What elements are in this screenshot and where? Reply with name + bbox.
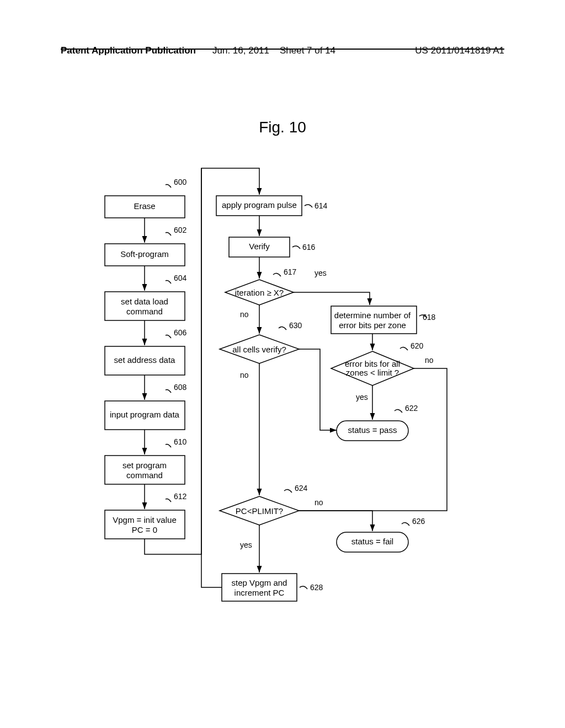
ref-tick-620: [400, 347, 408, 350]
ref-tick-610: [166, 445, 171, 447]
ref-622: 622: [405, 404, 418, 413]
ref-tick-608: [166, 390, 171, 393]
header-date: Jun. 16, 2011: [212, 45, 269, 56]
ref-624: 624: [295, 484, 308, 493]
ref-tick-604: [166, 281, 171, 283]
figure-title: Fig. 10: [0, 119, 565, 136]
ref-628: 628: [310, 583, 323, 592]
node-604-l2: command: [126, 307, 163, 316]
label-624-yes: yes: [240, 540, 252, 549]
node-620-l1: error bits for all: [345, 359, 400, 368]
node-soft-program-text: Soft-program: [120, 249, 169, 259]
ref-tick-602: [166, 233, 171, 235]
ref-620: 620: [411, 341, 424, 350]
node-620-l2: zones < limit ?: [346, 368, 399, 377]
node-612-l2: PC = 0: [132, 525, 157, 534]
ref-618: 618: [423, 313, 436, 322]
ref-tick-628: [300, 586, 307, 589]
ref-tick-626: [402, 523, 409, 526]
node-610-l1: set program: [122, 461, 167, 470]
ref-606: 606: [174, 328, 187, 337]
ref-600: 600: [174, 178, 187, 186]
ref-tick-616: [292, 246, 300, 249]
page-header: Patent Application Publication Jun. 16, …: [61, 45, 504, 50]
header-mid: Jun. 16, 2011 Sheet 7 of 14: [212, 45, 335, 56]
ref-tick-612: [166, 499, 171, 502]
arrow-617-yes: [294, 292, 370, 305]
ref-617: 617: [284, 267, 297, 276]
ref-630: 630: [289, 321, 302, 330]
ref-616: 616: [302, 243, 316, 251]
header-left: Patent Application Publication: [61, 45, 196, 56]
node-618-l1: determine number of: [334, 311, 411, 320]
ref-612: 612: [174, 492, 187, 501]
label-620-yes: yes: [356, 393, 368, 402]
header-right: US 2011/0141819 A1: [415, 45, 504, 56]
label-630-no: no: [240, 371, 249, 379]
ref-610: 610: [174, 437, 187, 446]
node-610-l2: command: [126, 470, 163, 480]
node-624-text: PC<PLIMIT?: [236, 506, 283, 516]
node-628-l2: increment PC: [234, 588, 285, 597]
label-620-no: no: [425, 356, 434, 365]
arrow-624-no: [299, 511, 372, 531]
node-617-text: iteration ≥ X?: [235, 288, 284, 297]
ref-tick-630: [279, 327, 286, 330]
node-618-l2: error bits per zone: [339, 320, 406, 330]
label-624-no: no: [315, 498, 323, 507]
node-erase-text: Erase: [134, 201, 155, 211]
arrow-620-no-part1: [414, 368, 447, 463]
node-626-text: status = fail: [351, 537, 393, 546]
page: Patent Application Publication Jun. 16, …: [0, 0, 565, 728]
node-614-text: apply program pulse: [222, 200, 297, 210]
node-608-text: input program data: [110, 410, 180, 419]
ref-tick-606: [166, 335, 171, 338]
ref-614: 614: [315, 201, 328, 210]
arrow-630-yes: [299, 349, 337, 430]
ref-608: 608: [174, 383, 187, 392]
ref-tick-617: [273, 274, 281, 276]
node-612-l1: Vpgm = init value: [113, 515, 176, 524]
ref-tick-624: [284, 490, 292, 493]
flowchart: Erase 600 Soft-program 602 set data load…: [94, 154, 480, 651]
ref-tick-622: [395, 410, 402, 413]
ref-604: 604: [174, 274, 187, 282]
ref-tick-600: [166, 185, 171, 188]
node-628-l1: step Vpgm and: [232, 578, 287, 587]
node-622-text: status = pass: [348, 425, 397, 435]
ref-602: 602: [174, 226, 187, 234]
arrow-628-loop: [201, 168, 222, 587]
header-sheet: Sheet 7 of 14: [280, 45, 335, 56]
label-617-no: no: [240, 310, 249, 319]
node-616-text: Verify: [249, 242, 270, 251]
label-617-yes: yes: [315, 269, 327, 277]
node-604-l1: set data load: [121, 297, 168, 306]
ref-626: 626: [412, 517, 425, 526]
node-606-text: set address data: [114, 355, 176, 365]
node-630-text: all cells verify?: [232, 345, 286, 354]
ref-tick-614: [305, 205, 312, 207]
